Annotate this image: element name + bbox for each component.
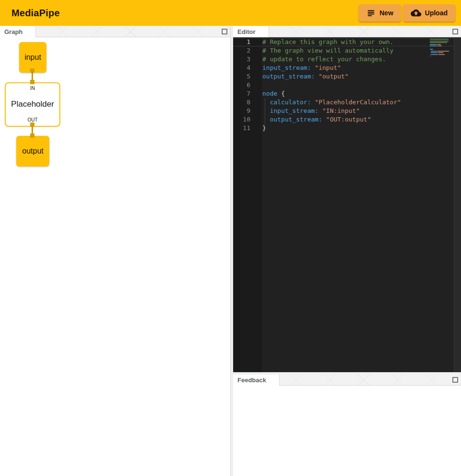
code-line-2[interactable]: 2# The graph view will automatically	[233, 46, 453, 55]
line-content: node {	[250, 89, 285, 98]
new-button[interactable]: New	[359, 4, 401, 22]
output-input-port[interactable]	[30, 133, 34, 138]
line-content	[250, 81, 262, 89]
upload-button[interactable]: Upload	[403, 4, 455, 22]
graph-node-output-label: output	[22, 147, 43, 155]
editor-tabbar: Editor	[233, 26, 461, 37]
new-button-label: New	[380, 9, 394, 17]
feedback-maximize-icon[interactable]	[452, 377, 458, 383]
line-number: 3	[233, 55, 250, 64]
line-content: calculator: "PlaceholderCalculator"	[250, 98, 401, 107]
graph-node-placeholder-label: Placeholder	[11, 100, 54, 109]
feedback-content	[233, 386, 461, 476]
code-line-8[interactable]: 8 calculator: "PlaceholderCalculator"	[233, 98, 453, 107]
line-content: output_stream: "OUT:output"	[250, 115, 371, 124]
line-content: input_stream: "input"	[250, 64, 341, 72]
code-editor[interactable]: 1# Replace this graph with your own.2# T…	[233, 37, 461, 372]
line-content: input_stream: "IN:input"	[250, 107, 360, 115]
line-number: 2	[233, 46, 250, 55]
graph-tabbar: Graph	[0, 26, 230, 37]
line-number: 8	[233, 98, 250, 107]
graph-node-placeholder[interactable]: IN Placeholder OUT	[5, 82, 60, 127]
code-line-9[interactable]: 9 input_stream: "IN:input"	[233, 107, 453, 115]
cloud-upload-icon	[411, 8, 421, 18]
tab-feedback[interactable]: Feedback	[233, 375, 280, 386]
graph-maximize-icon[interactable]	[222, 29, 227, 34]
tab-editor-label: Editor	[237, 28, 256, 35]
placeholder-out-port[interactable]	[30, 122, 34, 127]
line-number: 10	[233, 115, 250, 124]
code-line-10[interactable]: 10 output_stream: "OUT:output"	[233, 115, 453, 124]
app-header: MediaPipe New Upload	[0, 0, 461, 26]
code-line-4[interactable]: 4input_stream: "input"	[233, 64, 453, 72]
tab-graph[interactable]: Graph	[0, 26, 36, 37]
line-number: 9	[233, 107, 250, 115]
line-content: # Replace this graph with your own.	[250, 38, 394, 46]
minimap[interactable]	[430, 39, 451, 57]
code-lines[interactable]: 1# Replace this graph with your own.2# T…	[233, 38, 453, 133]
code-line-7[interactable]: 7node {	[233, 89, 453, 98]
code-line-1[interactable]: 1# Replace this graph with your own.	[233, 38, 453, 46]
placeholder-in-port-label: IN	[30, 86, 35, 91]
editor-panel: Editor 1# Replace this graph with your o…	[233, 26, 461, 372]
code-line-3[interactable]: 3# update to reflect your changes.	[233, 55, 453, 64]
placeholder-out-port-label: OUT	[27, 117, 37, 122]
line-content: # update to reflect your changes.	[250, 55, 386, 64]
placeholder-in-port[interactable]	[30, 80, 34, 84]
line-number: 7	[233, 89, 250, 98]
line-content: # The graph view will automatically	[250, 46, 394, 55]
line-number: 4	[233, 64, 250, 72]
code-line-5[interactable]: 5output_stream: "output"	[233, 72, 453, 81]
feedback-tabbar: Feedback	[233, 375, 461, 386]
feedback-panel: Feedback	[233, 375, 461, 476]
code-line-6[interactable]: 6	[233, 81, 453, 89]
upload-button-label: Upload	[425, 9, 448, 17]
line-number: 1	[233, 38, 250, 46]
graph-node-input-label: input	[24, 53, 41, 62]
code-line-11[interactable]: 11}	[233, 124, 453, 133]
graph-canvas[interactable]: input IN Placeholder OUT output	[0, 37, 230, 476]
subject-lines-icon	[366, 8, 376, 18]
app-title: MediaPipe	[11, 8, 60, 19]
line-number: 5	[233, 72, 250, 81]
line-number: 6	[233, 81, 250, 89]
tab-graph-label: Graph	[4, 28, 22, 35]
graph-panel: Graph input IN Placeholder OUT output	[0, 26, 231, 476]
minimap-line	[430, 55, 451, 57]
line-number: 11	[233, 124, 250, 133]
tab-feedback-label: Feedback	[237, 376, 266, 384]
input-output-port[interactable]	[30, 68, 34, 73]
tab-editor[interactable]: Editor	[233, 26, 269, 37]
editor-scrollbar[interactable]	[454, 37, 461, 372]
editor-maximize-icon[interactable]	[452, 29, 458, 34]
line-content: }	[250, 124, 266, 133]
line-content: output_stream: "output"	[250, 72, 349, 81]
graph-node-output[interactable]: output	[16, 136, 49, 166]
